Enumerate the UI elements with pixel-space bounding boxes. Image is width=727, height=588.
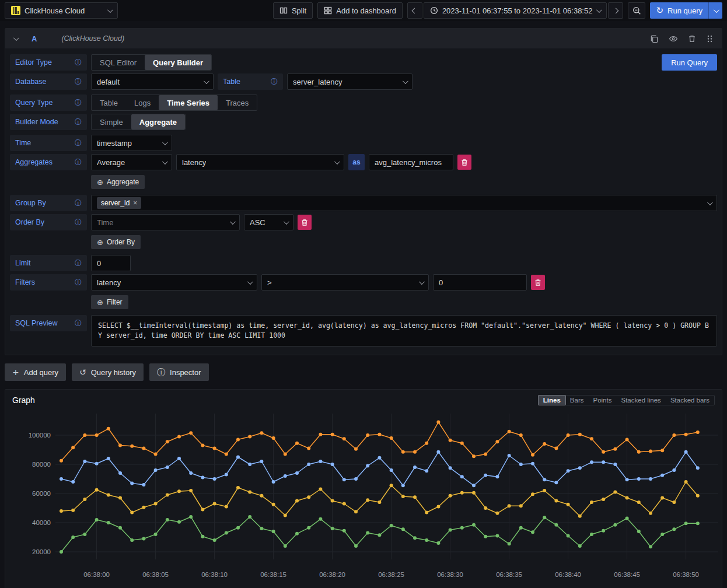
- x-axis-tick-label: 06:38:00: [83, 571, 110, 578]
- query-datasource-hint: (ClickHouse Cloud): [61, 34, 124, 43]
- query-history-button[interactable]: ↺Query history: [72, 363, 144, 381]
- plus-icon: +: [12, 368, 19, 376]
- filter-field-select[interactable]: latency: [91, 274, 257, 290]
- aggregate-function-select[interactable]: Average: [91, 154, 172, 170]
- query-type-option-logs[interactable]: Logs: [126, 95, 159, 110]
- info-icon: ⓘ: [75, 117, 82, 127]
- time-column-select[interactable]: timestamp: [91, 135, 172, 151]
- group-by-multiselect[interactable]: server_id×: [91, 195, 717, 211]
- limit-label: Limitⓘ: [10, 255, 87, 271]
- limit-input[interactable]: [97, 259, 125, 268]
- delete-query-trash-icon[interactable]: [688, 34, 696, 43]
- x-axis-tick-label: 06:38:15: [260, 571, 286, 578]
- info-icon: ⓘ: [75, 318, 82, 328]
- y-axis-tick-label: 20000: [32, 548, 51, 555]
- aggregates-label: Aggregatesⓘ: [10, 154, 87, 170]
- chevron-down-icon: [596, 7, 602, 13]
- remove-order-by-button[interactable]: [298, 215, 312, 230]
- graph-panel-title: Graph: [12, 396, 35, 405]
- info-icon: ⓘ: [75, 138, 82, 148]
- time-range-back-button[interactable]: [407, 2, 422, 19]
- chevron-down-icon: [714, 7, 719, 13]
- query-header[interactable]: A (ClickHouse Cloud): [5, 29, 722, 48]
- info-icon: ⓘ: [75, 58, 82, 68]
- remove-tag-icon[interactable]: ×: [133, 199, 137, 207]
- builder-mode-toggle: Simple Aggregate: [91, 114, 186, 130]
- split-label: Split: [292, 6, 306, 15]
- editor-type-toggle: SQL Editor Query Builder: [91, 54, 212, 71]
- info-icon: ⓘ: [75, 258, 82, 268]
- collapse-chevron-icon[interactable]: [13, 35, 19, 41]
- sql-preview-text: SELECT $__timeInterval(timestamp) as tim…: [91, 315, 717, 346]
- time-series-chart[interactable]: 2000040000600008000010000006:38:0006:38:…: [9, 409, 721, 583]
- x-axis-tick-label: 06:38:30: [437, 571, 463, 578]
- drag-handle-icon[interactable]: [706, 34, 714, 43]
- x-axis-tick-label: 06:38:45: [614, 571, 640, 578]
- graph-style-stacked-lines[interactable]: Stacked lines: [616, 396, 665, 405]
- duplicate-query-icon[interactable]: [650, 34, 659, 43]
- editor-type-option-sql-editor[interactable]: SQL Editor: [92, 55, 145, 70]
- y-axis-tick-label: 100000: [29, 432, 51, 439]
- run-query-button[interactable]: ↻ Run query: [650, 2, 708, 19]
- graph-style-stacked-bars[interactable]: Stacked bars: [666, 396, 714, 405]
- add-query-button[interactable]: +Add query: [5, 363, 66, 381]
- table-select[interactable]: server_latency: [287, 74, 413, 90]
- graph-style-toggle: Lines Bars Points Stacked lines Stacked …: [538, 395, 715, 405]
- add-aggregate-button[interactable]: ⊕Aggregate: [91, 175, 145, 189]
- editor-type-option-query-builder[interactable]: Query Builder: [145, 55, 211, 70]
- chevron-down-icon: [284, 219, 289, 225]
- x-axis-tick-label: 06:38:10: [201, 571, 228, 578]
- time-range-picker[interactable]: 2023-11-01 06:37:55 to 2023-11-01 06:38:…: [424, 2, 607, 19]
- zoom-out-icon: [632, 6, 641, 15]
- chevron-down-icon: [403, 78, 408, 84]
- circle-plus-icon: ⊕: [97, 238, 103, 247]
- time-range-forward-button[interactable]: [608, 2, 623, 19]
- chevron-down-icon: [204, 78, 209, 84]
- query-type-toggle: Table Logs Time Series Traces: [91, 94, 257, 111]
- filter-operator-select[interactable]: >: [261, 274, 429, 290]
- run-query-inline-button[interactable]: Run Query: [662, 54, 717, 71]
- time-label: Timeⓘ: [10, 135, 87, 151]
- aggregate-column-select[interactable]: latency: [176, 154, 344, 170]
- graph-style-points[interactable]: Points: [589, 396, 617, 405]
- query-type-option-traces[interactable]: Traces: [218, 95, 257, 110]
- table-label: Tableⓘ: [218, 74, 283, 90]
- inspector-button[interactable]: ⓘInspector: [149, 363, 208, 381]
- info-icon: ⓘ: [75, 278, 82, 288]
- order-by-field-select[interactable]: Time: [91, 214, 240, 230]
- builder-mode-option-simple[interactable]: Simple: [92, 114, 131, 130]
- group-by-label: Group Byⓘ: [10, 195, 87, 211]
- chevron-down-icon: [247, 279, 253, 285]
- trash-icon: [534, 279, 541, 286]
- remove-aggregate-button[interactable]: [457, 155, 471, 170]
- query-type-option-table[interactable]: Table: [92, 95, 126, 110]
- add-filter-button[interactable]: ⊕Filter: [91, 295, 128, 309]
- order-by-direction-select[interactable]: ASC: [244, 214, 293, 230]
- chevron-down-icon: [419, 279, 425, 285]
- aggregate-alias-input[interactable]: [375, 158, 448, 167]
- database-select[interactable]: default: [91, 74, 214, 90]
- y-axis-tick-label: 60000: [32, 490, 51, 497]
- hide-query-eye-icon[interactable]: [669, 34, 678, 43]
- datasource-picker[interactable]: ClickHouse Cloud: [5, 2, 118, 19]
- split-button[interactable]: Split: [273, 2, 313, 19]
- clock-icon: [430, 6, 438, 15]
- graph-style-bars[interactable]: Bars: [565, 396, 589, 405]
- add-to-dashboard-button[interactable]: Add to dashboard: [317, 2, 403, 19]
- as-badge: as: [348, 154, 365, 170]
- add-order-by-button[interactable]: ⊕Order By: [91, 235, 141, 249]
- dashboard-grid-icon: [324, 6, 332, 15]
- history-icon: ↺: [79, 368, 86, 376]
- datasource-name: ClickHouse Cloud: [25, 6, 85, 15]
- remove-filter-button[interactable]: [531, 275, 545, 290]
- zoom-out-button[interactable]: [628, 2, 645, 19]
- query-type-option-time-series[interactable]: Time Series: [159, 95, 218, 110]
- run-query-dropdown-button[interactable]: [708, 2, 722, 19]
- builder-mode-option-aggregate[interactable]: Aggregate: [131, 114, 185, 130]
- y-axis-tick-label: 40000: [32, 519, 51, 526]
- chevron-down-icon: [230, 219, 236, 225]
- graph-style-lines[interactable]: Lines: [539, 396, 565, 405]
- filter-value-input[interactable]: [439, 278, 521, 287]
- x-axis-tick-label: 06:38:35: [496, 571, 522, 578]
- x-axis-tick-label: 06:38:40: [555, 571, 581, 578]
